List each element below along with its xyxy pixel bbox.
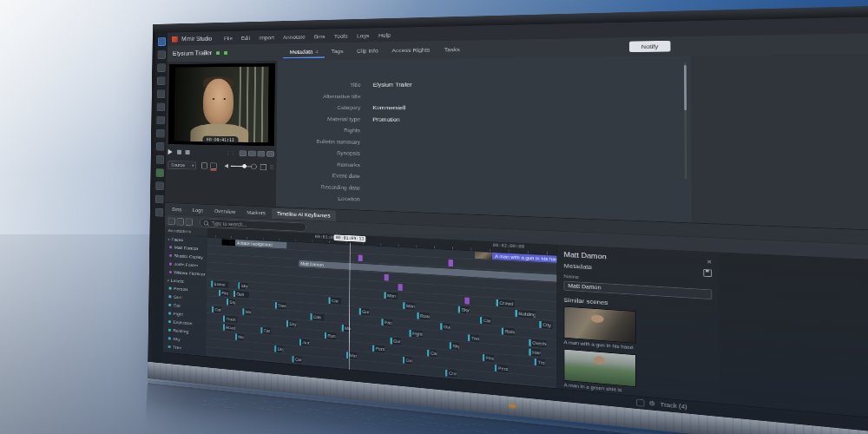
volume-slider[interactable] [231,166,252,168]
menu-help[interactable]: Help [378,31,391,38]
timeline-clip[interactable]: Matt Damon [299,260,556,282]
timeline-clip[interactable] [385,274,389,281]
field-value[interactable]: Promotion [372,115,399,122]
close-icon[interactable]: × [707,258,712,266]
volume-knob[interactable] [242,164,247,168]
layout-button[interactable]: ☷ [270,164,274,169]
timeline-clip[interactable]: Car [480,317,491,325]
dock-app-icon[interactable] [156,103,164,111]
goto-out-button[interactable] [266,151,274,157]
timeline-clip[interactable]: Building [516,310,536,319]
timeline-clip[interactable]: Man [403,302,415,310]
timeline-clip[interactable]: Fight [409,330,423,338]
dock-app-icon[interactable] [155,181,163,190]
timeline-clip[interactable]: Sky [227,299,235,306]
timeline-clip[interactable]: Cab [311,313,325,321]
menu-edit[interactable]: Edit [241,35,251,41]
timeline-clip[interactable]: Run [325,332,336,340]
scene-thumbnail[interactable] [564,349,636,387]
timeline-clip[interactable]: Man [242,308,251,315]
menu-import[interactable]: Import [259,34,274,41]
marker-button[interactable] [201,162,207,168]
timeline-clip[interactable]: Person [495,365,508,372]
menu-file[interactable]: File [224,35,233,41]
goto-in-button[interactable] [258,151,266,157]
timeline-clip[interactable] [449,260,453,266]
record-button[interactable] [211,162,217,168]
mark-out-button[interactable] [248,151,256,157]
timeline-clip[interactable]: Crowd [445,370,457,378]
timeline-clip[interactable]: Sky [274,345,283,352]
similar-scene[interactable]: A man with a gun in his hand [564,306,635,351]
filter-icon[interactable] [168,218,175,226]
timeline-clip[interactable]: A man with a gun in his hand [492,253,556,263]
play-button[interactable] [168,149,173,155]
video-preview[interactable]: 00:00:41:11 [168,63,275,147]
dock-app-icon[interactable] [156,129,164,138]
tab-tags[interactable]: Tags [325,45,350,58]
timeline-clip[interactable]: Car [427,350,437,358]
timeline-clip[interactable]: Car [292,356,302,363]
timeline-tab-logs[interactable]: Logs [187,205,208,216]
tab-metadata[interactable]: Metadata4 [283,45,325,58]
timeline-clip[interactable]: Tree [275,302,286,309]
menu-tools[interactable]: Tools [334,32,347,39]
loop-button[interactable] [251,164,257,170]
timeline-clip[interactable]: Hand [529,349,541,357]
more-options-icon[interactable]: ⋮⋮ [226,150,236,155]
timeline-clip[interactable]: Person [372,345,385,352]
field-value[interactable]: Kommersiell [372,104,405,111]
dock-app-icon[interactable] [157,76,165,84]
timeline-clip[interactable]: A black background [235,240,286,248]
speaker-icon[interactable] [224,164,228,168]
next-frame-button[interactable] [185,150,189,155]
field-value[interactable]: Elysium Trailer [373,81,412,88]
timeline-clip[interactable] [398,284,403,291]
timeline-clip[interactable]: Sky [450,342,459,350]
status-icon[interactable] [636,398,644,406]
timeline-clip[interactable]: Man [235,333,244,340]
dock-app-icon[interactable] [157,37,165,46]
dock-app-icon[interactable] [156,116,164,125]
save-icon[interactable] [703,269,712,277]
timeline-clip[interactable]: Road [223,324,235,331]
dock-app-icon[interactable] [157,50,165,59]
timeline-clip[interactable]: Fire [219,290,229,297]
timeline-clip[interactable]: Gun [359,308,370,315]
scene-thumbnail[interactable] [564,306,636,344]
timeline-clip[interactable]: Robot [502,327,515,335]
timeline-clip[interactable] [475,252,492,260]
dock-app-icon[interactable] [155,208,163,217]
timeline-clip[interactable]: Truck [223,315,237,322]
timeline-clip[interactable]: Car [260,327,270,334]
timeline-clip[interactable]: Gun [403,357,412,365]
dock-app-icon[interactable] [155,155,163,164]
tab-tasks[interactable]: Tasks [437,43,467,56]
timeline-clip[interactable]: Tree [535,358,545,366]
settings-icon[interactable] [186,218,193,226]
timeline-clip[interactable]: Overhead [529,339,546,348]
timeline-clip[interactable] [464,297,469,304]
timeline-clip[interactable]: Car [212,306,221,313]
timeline-clip[interactable]: Road [417,312,429,320]
timeline-clip[interactable]: Man [346,352,357,359]
timeline-clip[interactable]: Scene [211,280,228,288]
timeline-clip[interactable]: Gun [440,323,450,331]
playhead-timecode[interactable]: 00:01:09:13 [334,234,366,242]
timeline-clip[interactable]: Car [328,297,341,304]
timeline-tab-bins[interactable]: Bins [168,204,187,214]
dock-app-icon[interactable] [157,90,165,98]
notify-button[interactable]: Notify [629,41,671,52]
mark-in-button[interactable] [240,150,247,156]
timeline-clip[interactable]: Gun [390,338,400,345]
timeline-clip[interactable]: Crowd [496,299,515,307]
dock-app-icon[interactable] [155,168,163,177]
prev-frame-button[interactable] [177,150,181,155]
dock-app-icon[interactable] [155,195,163,204]
dock-app-icon[interactable] [156,142,164,151]
tag-icon[interactable] [177,218,184,226]
timeline-clip[interactable] [358,254,363,261]
tab-clip-info[interactable]: Clip Info [350,44,385,57]
timeline-clip[interactable]: Sky [286,320,297,327]
menu-bins[interactable]: Bins [314,33,326,40]
